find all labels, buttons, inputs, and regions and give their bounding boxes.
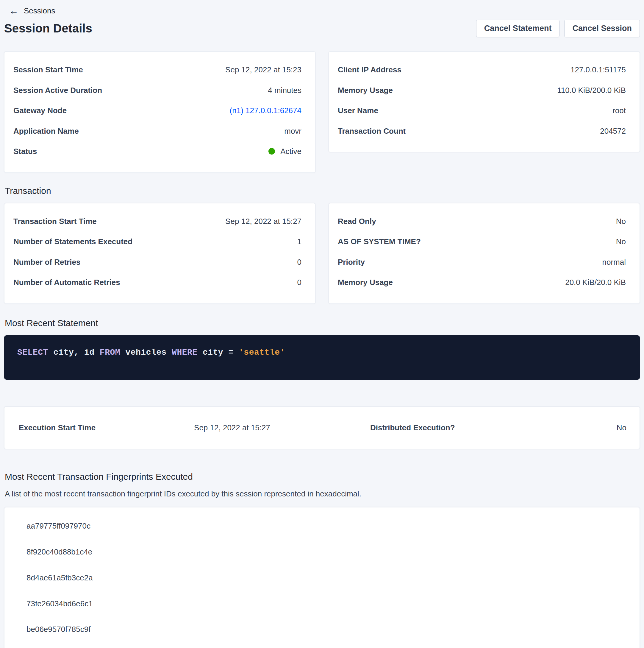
session-start-time-label: Session Start Time xyxy=(13,65,83,75)
info-row: Transaction Start Time Sep 12, 2022 at 1… xyxy=(13,216,301,226)
breadcrumb-label: Sessions xyxy=(24,6,55,15)
automatic-retries-label: Number of Automatic Retries xyxy=(13,277,120,287)
status-active-dot-icon xyxy=(269,148,275,155)
info-row: Priority normal xyxy=(338,257,626,267)
fingerprints-section-title: Most Recent Transaction Fingerprints Exe… xyxy=(5,472,640,482)
statement-section-title: Most Recent Statement xyxy=(5,318,640,328)
distributed-execution-pair: Distributed Execution? No xyxy=(284,423,640,432)
info-row: Application Name movr xyxy=(13,126,301,136)
session-stats-card: Client IP Address 127.0.0.1:51175 Memory… xyxy=(329,52,640,152)
user-name-label: User Name xyxy=(338,106,378,115)
execution-card: Execution Start Time Sep 12, 2022 at 15:… xyxy=(4,407,640,449)
session-info-card: Session Start Time Sep 12, 2022 at 15:23… xyxy=(4,52,315,173)
info-row: Memory Usage 20.0 KiB/20.0 KiB xyxy=(338,277,626,287)
info-row: Session Active Duration 4 minutes xyxy=(13,86,301,95)
info-row: Session Start Time Sep 12, 2022 at 15:23 xyxy=(13,65,301,75)
client-ip-value: 127.0.0.1:51175 xyxy=(571,65,626,75)
distributed-execution-label: Distributed Execution? xyxy=(370,423,455,432)
session-active-duration-label: Session Active Duration xyxy=(13,86,102,95)
gateway-node-label: Gateway Node xyxy=(13,106,67,115)
client-ip-label: Client IP Address xyxy=(338,65,402,75)
session-details-page: ← Sessions Session Details Cancel Statem… xyxy=(0,0,644,648)
session-info-column: Session Start Time Sep 12, 2022 at 15:23… xyxy=(4,52,315,173)
retries-label: Number of Retries xyxy=(13,257,80,267)
application-name-value: movr xyxy=(284,126,301,136)
sql-keyword: FROM xyxy=(100,348,120,357)
sql-statement-box: SELECT city, id FROM vehicles WHERE city… xyxy=(4,335,640,380)
sql-text: city = xyxy=(197,348,239,357)
info-row: AS OF SYSTEM TIME? No xyxy=(338,237,626,247)
retries-value: 0 xyxy=(297,257,301,267)
info-row: Number of Automatic Retries 0 xyxy=(13,277,301,287)
transaction-section-title: Transaction xyxy=(5,186,640,196)
execution-start-time-value: Sep 12, 2022 at 15:27 xyxy=(194,423,270,432)
page-header: Session Details Cancel Statement Cancel … xyxy=(4,20,640,37)
page-title: Session Details xyxy=(4,22,92,35)
fingerprint-list-item: 8d4ae61a5fb3ce2a xyxy=(26,573,627,583)
transaction-start-time-label: Transaction Start Time xyxy=(13,216,97,226)
transaction-count-value: 204572 xyxy=(600,126,626,136)
fingerprint-list-item: 73fe26034bd6e6c1 xyxy=(26,599,627,609)
info-row: User Name root xyxy=(338,106,626,115)
back-arrow-icon: ← xyxy=(9,6,18,15)
fingerprints-card: aa79775ff097970c 8f920c40d88b1c4e 8d4ae6… xyxy=(4,507,640,648)
status-badge: Active xyxy=(269,147,301,156)
read-only-label: Read Only xyxy=(338,216,376,226)
session-active-duration-value: 4 minutes xyxy=(268,86,301,95)
txn-memory-usage-label: Memory Usage xyxy=(338,277,393,287)
info-row: Gateway Node (n1) 127.0.0.1:62674 xyxy=(13,106,301,115)
sql-keyword: SELECT xyxy=(17,348,48,357)
automatic-retries-value: 0 xyxy=(297,277,301,287)
fingerprint-list-item: be06e9570f785c9f xyxy=(26,625,627,635)
transaction-info-card: Transaction Start Time Sep 12, 2022 at 1… xyxy=(4,203,315,304)
txn-memory-usage-value: 20.0 KiB/20.0 KiB xyxy=(565,277,626,287)
breadcrumb-back-sessions[interactable]: ← Sessions xyxy=(4,4,55,17)
info-row: Client IP Address 127.0.0.1:51175 xyxy=(338,65,626,75)
session-stats-column: Client IP Address 127.0.0.1:51175 Memory… xyxy=(329,52,640,152)
as-of-system-time-value: No xyxy=(616,237,626,247)
priority-value: normal xyxy=(602,257,626,267)
transaction-section: Transaction Start Time Sep 12, 2022 at 1… xyxy=(4,203,640,304)
user-name-value: root xyxy=(612,106,626,115)
cancel-statement-button[interactable]: Cancel Statement xyxy=(476,20,560,37)
execution-start-time-label: Execution Start Time xyxy=(19,423,96,432)
statements-executed-value: 1 xyxy=(297,237,301,247)
info-row: Memory Usage 110.0 KiB/200.0 KiB xyxy=(338,86,626,95)
gateway-node-link[interactable]: (n1) 127.0.0.1:62674 xyxy=(230,106,301,115)
info-row: Number of Retries 0 xyxy=(13,257,301,267)
info-row: Status Active xyxy=(13,147,301,156)
fingerprint-list-item: 8f920c40d88b1c4e xyxy=(26,547,627,557)
read-only-value: No xyxy=(616,216,626,226)
fingerprint-list-item: aa79775ff097970c xyxy=(26,521,627,531)
info-row: Number of Statements Executed 1 xyxy=(13,237,301,247)
status-value: Active xyxy=(280,147,301,156)
transaction-count-label: Transaction Count xyxy=(338,126,406,136)
info-row: Read Only No xyxy=(338,216,626,226)
sql-text: city, id xyxy=(48,348,100,357)
memory-usage-value: 110.0 KiB/200.0 KiB xyxy=(557,86,626,95)
memory-usage-label: Memory Usage xyxy=(338,86,393,95)
execution-start-time-pair: Execution Start Time Sep 12, 2022 at 15:… xyxy=(4,423,284,432)
transaction-start-time-value: Sep 12, 2022 at 15:27 xyxy=(225,216,301,226)
transaction-props-card: Read Only No AS OF SYSTEM TIME? No Prior… xyxy=(329,203,640,304)
sql-statement-code: SELECT city, id FROM vehicles WHERE city… xyxy=(17,348,627,357)
status-label: Status xyxy=(13,147,37,156)
as-of-system-time-label: AS OF SYSTEM TIME? xyxy=(338,237,421,247)
fingerprints-description: A list of the most recent transaction fi… xyxy=(5,489,640,499)
sql-keyword: WHERE xyxy=(172,348,197,357)
session-start-time-value: Sep 12, 2022 at 15:23 xyxy=(225,65,301,75)
sql-string-literal: 'seattle' xyxy=(239,348,285,357)
priority-label: Priority xyxy=(338,257,365,267)
cancel-session-button[interactable]: Cancel Session xyxy=(564,20,640,37)
application-name-label: Application Name xyxy=(13,126,79,136)
transaction-left-column: Transaction Start Time Sep 12, 2022 at 1… xyxy=(4,203,315,304)
distributed-execution-value: No xyxy=(617,423,627,432)
info-row: Transaction Count 204572 xyxy=(338,126,626,136)
header-actions: Cancel Statement Cancel Session xyxy=(476,20,640,37)
sql-text: vehicles xyxy=(120,348,172,357)
transaction-right-column: Read Only No AS OF SYSTEM TIME? No Prior… xyxy=(329,203,640,304)
statements-executed-label: Number of Statements Executed xyxy=(13,237,132,247)
session-summary-section: Session Start Time Sep 12, 2022 at 15:23… xyxy=(4,52,640,173)
